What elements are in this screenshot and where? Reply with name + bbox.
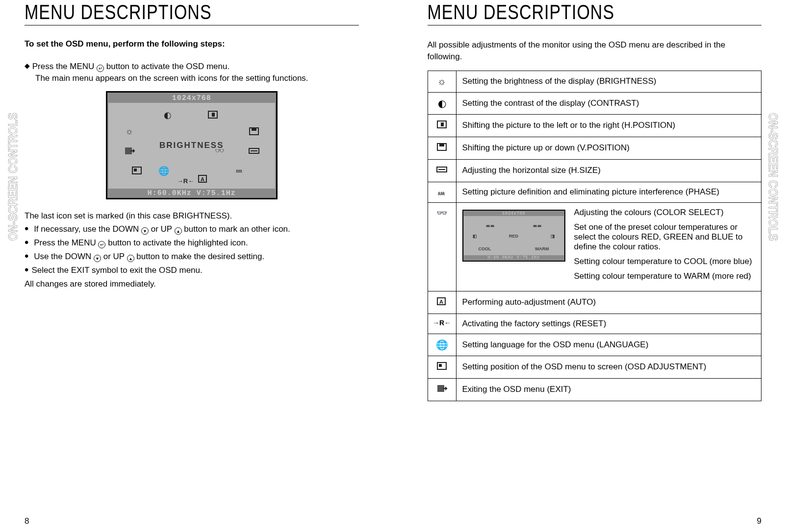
- text: Setting position of the OSD menu to scre…: [456, 356, 761, 378]
- color-icon: 👓: [213, 146, 226, 157]
- phase-icon: ⅏: [233, 166, 246, 176]
- table-row: ⅏Setting picture definition and eliminat…: [428, 182, 761, 202]
- svg-text:A: A: [201, 176, 204, 182]
- text: Press the MENU: [32, 62, 97, 71]
- bullet-list: If necessary, use the DOWN ▾ or UP ▴ but…: [25, 223, 359, 290]
- text: Set one of the preset colour temperature…: [574, 222, 756, 252]
- table-row: ◐Setting the contrast of the display (CO…: [428, 92, 761, 114]
- text: Shifting the picture up or down (V.POSIT…: [456, 137, 761, 159]
- divider: [428, 25, 762, 25]
- warm-label: WARM: [535, 246, 549, 251]
- page-number: 8: [25, 516, 29, 526]
- table-row: 👓 1024x768 ⅏⅏ ⅏⅏ RED ◧ ◨: [428, 202, 761, 291]
- exit-icon: [123, 146, 136, 157]
- sub-frequency: H:60.0KHz V:75.1Hz: [464, 255, 564, 260]
- text: Press the MENU: [34, 238, 98, 247]
- table-row: ☼Setting the brightness of the display (…: [428, 71, 761, 92]
- contrast-icon: ◐: [428, 92, 456, 114]
- sub-resolution: 1024x768: [464, 211, 564, 216]
- brightness-icon: ☼: [123, 126, 136, 137]
- text: button to mark an other icon.: [184, 224, 290, 234]
- text: Adjusting the colours (COLOR SELECT): [574, 208, 756, 218]
- svg-rect-3: [252, 128, 256, 131]
- color-description: Adjusting the colours (COLOR SELECT) Set…: [574, 208, 756, 286]
- osd-adjustment-icon: [428, 356, 456, 378]
- left-split-icon: ◧: [473, 234, 477, 239]
- step-1: ◆ Press the MENU ↵ button to activate th…: [25, 61, 359, 84]
- right-split-icon: ◨: [551, 234, 555, 239]
- text: button to activate the OSD menu.: [106, 62, 229, 71]
- text: Setting colour temperature to COOL (more…: [574, 257, 756, 266]
- divider: [25, 25, 359, 25]
- hposition-icon: [206, 110, 219, 121]
- intro-text: All possible adjustments of the monitor …: [428, 39, 762, 63]
- page-title: MENU DESCRIPTIONS: [25, 0, 359, 24]
- phase-mini-icon: ⅏⅏: [486, 223, 495, 228]
- text: Shifting the picture to the left or to t…: [456, 114, 761, 137]
- table-row: →R←Activating the factory settings (RESE…: [428, 314, 761, 334]
- cool-label: COOL: [479, 246, 491, 251]
- vposition-icon: [428, 137, 456, 159]
- osd-screenshot: 1024x768 BRIGHTNESS ☼ ◐ ⅏ 👓: [106, 91, 278, 199]
- svg-rect-20: [439, 364, 442, 367]
- contrast-icon: ◐: [161, 110, 174, 121]
- down-icon: ▾: [94, 255, 101, 262]
- text: The main menu appears on the screen with…: [35, 73, 359, 84]
- text: button to activate the highlighted icon.: [108, 238, 248, 247]
- text: Setting the contrast of the display (CON…: [456, 92, 761, 114]
- table-row: Adjusting the horizontal size (H.SIZE): [428, 159, 761, 182]
- diamond-bullet-icon: ◆: [25, 61, 30, 71]
- reset-icon: →R←: [428, 314, 456, 334]
- color-select-cell: 1024x768 ⅏⅏ ⅏⅏ RED ◧ ◨ COOL WARM: [456, 202, 761, 291]
- sub-center: RED: [509, 234, 518, 239]
- phase-mini-icon: ⅏⅏: [533, 223, 542, 228]
- table-row: Setting position of the OSD menu to scre…: [428, 356, 761, 378]
- intro-text: To set the OSD menu, perform the followi…: [25, 39, 359, 49]
- table-row: 🌐Setting language for the OSD menu (LANG…: [428, 334, 761, 356]
- page-right: MENU DESCRIPTIONS All possible adjustmen…: [393, 0, 786, 532]
- svg-text:A: A: [439, 299, 443, 305]
- text: Activating the factory settings (RESET): [456, 314, 761, 334]
- text: Setting picture definition and eliminati…: [456, 182, 761, 202]
- svg-rect-14: [439, 144, 444, 146]
- text: Performing auto-adjustment (AUTO): [456, 291, 761, 314]
- text: If necessary, use the DOWN: [34, 224, 141, 234]
- page-number: 9: [757, 516, 761, 526]
- text: Setting colour temperature to WARM (more…: [574, 271, 756, 281]
- text: Select the EXIT symbol to exit the OSD m…: [25, 265, 359, 276]
- up-icon: ▴: [175, 227, 182, 235]
- table-row: APerforming auto-adjustment (AUTO): [428, 291, 761, 314]
- page-left: MENU DESCRIPTIONS To set the OSD menu, p…: [0, 0, 393, 532]
- svg-rect-12: [441, 122, 444, 126]
- reset-icon: →R←: [177, 177, 190, 188]
- text: All changes are stored immediately.: [25, 278, 359, 290]
- hposition-icon: [428, 114, 456, 137]
- text: Setting language for the OSD menu (LANGU…: [456, 334, 761, 356]
- page-title: MENU DESCRIPTIONS: [428, 0, 762, 24]
- phase-icon: ⅏: [428, 182, 456, 202]
- hsize-icon: [428, 159, 456, 182]
- text: Use the DOWN: [34, 252, 94, 261]
- hsize-icon: [248, 146, 260, 157]
- osd-adjustment-icon: [130, 166, 143, 176]
- text: or UP: [151, 224, 175, 234]
- table-row: Exiting the OSD menu (EXIT): [428, 378, 761, 401]
- up-icon: ▴: [127, 255, 134, 262]
- down-icon: ▾: [141, 227, 149, 235]
- text: The last icon set is marked (in this cas…: [25, 210, 359, 222]
- osd-frequency: H:60.0KHz V:75.1Hz: [108, 189, 275, 198]
- auto-icon: A: [428, 291, 456, 314]
- enter-icon: ↵: [97, 65, 104, 72]
- svg-rect-1: [212, 113, 215, 117]
- color-icon: 👓: [428, 202, 456, 291]
- brightness-icon: ☼: [428, 71, 456, 92]
- text: Adjusting the horizontal size (H.SIZE): [456, 159, 761, 182]
- exit-icon: [428, 378, 456, 401]
- language-icon: 🌐: [157, 166, 170, 176]
- table-row: Shifting the picture up or down (V.POSIT…: [428, 137, 761, 159]
- vposition-icon: [248, 126, 260, 137]
- menu-table: ☼Setting the brightness of the display (…: [428, 71, 762, 401]
- text: or UP: [103, 252, 127, 261]
- text: button to make the desired setting.: [136, 252, 264, 261]
- text: Setting the brightness of the display (B…: [456, 71, 761, 92]
